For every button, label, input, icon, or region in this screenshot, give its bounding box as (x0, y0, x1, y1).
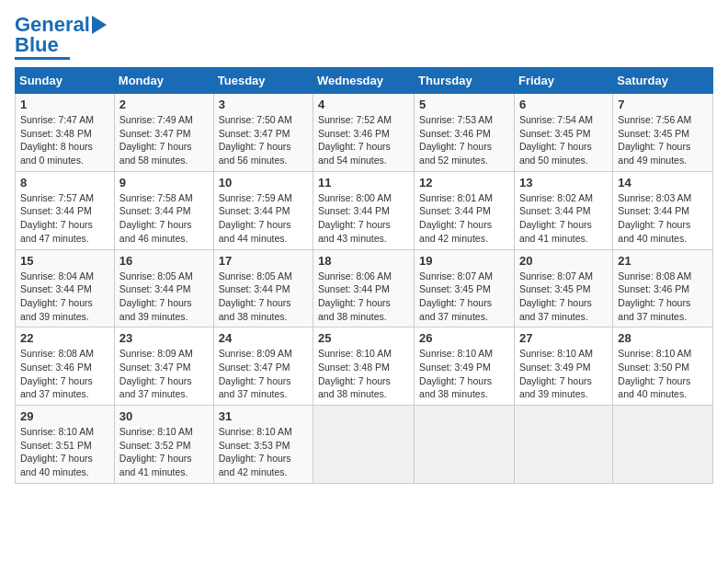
day-info: Sunrise: 7:54 AM Sunset: 3:45 PM Dayligh… (519, 113, 608, 167)
day-info: Sunrise: 7:56 AM Sunset: 3:45 PM Dayligh… (618, 113, 708, 167)
logo-arrow-icon (92, 16, 107, 34)
day-info: Sunrise: 8:05 AM Sunset: 3:44 PM Dayligh… (119, 270, 209, 324)
day-cell: 31Sunrise: 8:10 AM Sunset: 3:53 PM Dayli… (213, 406, 313, 484)
day-cell: 28Sunrise: 8:10 AM Sunset: 3:50 PM Dayli… (613, 327, 713, 406)
day-number: 23 (119, 331, 209, 345)
col-header-wednesday: Wednesday (313, 68, 415, 94)
calendar-table: SundayMondayTuesdayWednesdayThursdayFrid… (15, 67, 713, 484)
day-number: 16 (119, 254, 209, 268)
day-number: 29 (20, 409, 109, 423)
day-number: 18 (318, 254, 409, 268)
day-cell: 8Sunrise: 7:57 AM Sunset: 3:44 PM Daylig… (16, 171, 115, 249)
day-cell: 20Sunrise: 8:07 AM Sunset: 3:45 PM Dayli… (514, 249, 612, 327)
week-row-3: 15Sunrise: 8:04 AM Sunset: 3:44 PM Dayli… (16, 249, 713, 327)
day-info: Sunrise: 8:08 AM Sunset: 3:46 PM Dayligh… (20, 347, 109, 401)
day-info: Sunrise: 7:57 AM Sunset: 3:44 PM Dayligh… (20, 191, 109, 246)
day-info: Sunrise: 7:52 AM Sunset: 3:46 PM Dayligh… (318, 113, 409, 167)
day-number: 24 (219, 331, 308, 345)
day-cell: 4Sunrise: 7:52 AM Sunset: 3:46 PM Daylig… (313, 94, 415, 172)
day-cell (613, 406, 713, 484)
day-cell (514, 406, 612, 484)
day-cell: 21Sunrise: 8:08 AM Sunset: 3:46 PM Dayli… (613, 249, 713, 327)
day-info: Sunrise: 8:10 AM Sunset: 3:53 PM Dayligh… (219, 425, 308, 479)
day-info: Sunrise: 7:47 AM Sunset: 3:48 PM Dayligh… (20, 113, 109, 167)
day-cell: 14Sunrise: 8:03 AM Sunset: 3:44 PM Dayli… (613, 171, 713, 249)
day-info: Sunrise: 7:53 AM Sunset: 3:46 PM Dayligh… (419, 113, 509, 167)
day-info: Sunrise: 8:10 AM Sunset: 3:51 PM Dayligh… (20, 425, 109, 479)
day-number: 17 (219, 254, 308, 268)
day-cell: 10Sunrise: 7:59 AM Sunset: 3:44 PM Dayli… (213, 171, 313, 249)
day-info: Sunrise: 8:00 AM Sunset: 3:44 PM Dayligh… (318, 191, 409, 246)
day-info: Sunrise: 8:07 AM Sunset: 3:45 PM Dayligh… (519, 270, 608, 324)
day-info: Sunrise: 8:07 AM Sunset: 3:45 PM Dayligh… (419, 270, 509, 324)
day-info: Sunrise: 7:59 AM Sunset: 3:44 PM Dayligh… (219, 191, 308, 246)
logo-blue-text: Blue (15, 35, 59, 55)
day-info: Sunrise: 8:05 AM Sunset: 3:44 PM Dayligh… (219, 270, 308, 324)
day-cell: 23Sunrise: 8:09 AM Sunset: 3:47 PM Dayli… (114, 327, 213, 406)
day-info: Sunrise: 8:10 AM Sunset: 3:50 PM Dayligh… (618, 347, 708, 401)
day-number: 26 (419, 331, 509, 345)
day-info: Sunrise: 8:10 AM Sunset: 3:49 PM Dayligh… (519, 347, 608, 401)
day-cell: 13Sunrise: 8:02 AM Sunset: 3:44 PM Dayli… (514, 171, 612, 249)
day-number: 27 (519, 331, 608, 345)
day-cell: 12Sunrise: 8:01 AM Sunset: 3:44 PM Dayli… (415, 171, 515, 249)
col-header-tuesday: Tuesday (213, 68, 313, 94)
day-cell: 17Sunrise: 8:05 AM Sunset: 3:44 PM Dayli… (213, 249, 313, 327)
day-cell: 1Sunrise: 7:47 AM Sunset: 3:48 PM Daylig… (16, 94, 115, 172)
day-number: 2 (119, 98, 209, 111)
day-number: 5 (419, 98, 509, 111)
day-number: 7 (618, 98, 708, 111)
day-info: Sunrise: 8:10 AM Sunset: 3:52 PM Dayligh… (119, 425, 209, 479)
day-cell: 30Sunrise: 8:10 AM Sunset: 3:52 PM Dayli… (114, 406, 213, 484)
day-cell: 5Sunrise: 7:53 AM Sunset: 3:46 PM Daylig… (415, 94, 515, 172)
day-number: 12 (419, 176, 509, 190)
day-cell: 22Sunrise: 8:08 AM Sunset: 3:46 PM Dayli… (16, 327, 115, 406)
day-cell: 27Sunrise: 8:10 AM Sunset: 3:49 PM Dayli… (514, 327, 612, 406)
day-cell: 24Sunrise: 8:09 AM Sunset: 3:47 PM Dayli… (213, 327, 313, 406)
day-cell: 18Sunrise: 8:06 AM Sunset: 3:44 PM Dayli… (313, 249, 415, 327)
day-cell (313, 406, 415, 484)
day-info: Sunrise: 8:10 AM Sunset: 3:48 PM Dayligh… (318, 347, 409, 401)
day-number: 6 (519, 98, 608, 111)
day-cell: 19Sunrise: 8:07 AM Sunset: 3:45 PM Dayli… (415, 249, 515, 327)
day-info: Sunrise: 8:04 AM Sunset: 3:44 PM Dayligh… (20, 270, 109, 324)
day-number: 20 (519, 254, 608, 268)
week-row-1: 1Sunrise: 7:47 AM Sunset: 3:48 PM Daylig… (16, 94, 713, 172)
day-number: 11 (318, 176, 409, 190)
day-number: 4 (318, 98, 409, 111)
day-cell: 26Sunrise: 8:10 AM Sunset: 3:49 PM Dayli… (415, 327, 515, 406)
day-info: Sunrise: 8:03 AM Sunset: 3:44 PM Dayligh… (618, 191, 708, 246)
day-info: Sunrise: 8:10 AM Sunset: 3:49 PM Dayligh… (419, 347, 509, 401)
day-cell: 6Sunrise: 7:54 AM Sunset: 3:45 PM Daylig… (514, 94, 612, 172)
day-number: 21 (618, 254, 708, 268)
day-number: 9 (119, 176, 209, 190)
day-number: 30 (119, 409, 209, 423)
day-number: 22 (20, 331, 109, 345)
day-number: 13 (519, 176, 608, 190)
day-cell: 16Sunrise: 8:05 AM Sunset: 3:44 PM Dayli… (114, 249, 213, 327)
day-number: 14 (618, 176, 708, 190)
col-header-thursday: Thursday (415, 68, 515, 94)
day-cell: 11Sunrise: 8:00 AM Sunset: 3:44 PM Dayli… (313, 171, 415, 249)
day-number: 15 (20, 254, 109, 268)
day-info: Sunrise: 8:09 AM Sunset: 3:47 PM Dayligh… (119, 347, 209, 401)
day-number: 19 (419, 254, 509, 268)
day-number: 1 (20, 98, 109, 111)
day-cell (415, 406, 515, 484)
week-row-4: 22Sunrise: 8:08 AM Sunset: 3:46 PM Dayli… (16, 327, 713, 406)
day-number: 31 (219, 409, 308, 423)
day-cell: 29Sunrise: 8:10 AM Sunset: 3:51 PM Dayli… (16, 406, 115, 484)
col-header-monday: Monday (114, 68, 213, 94)
logo-underline (15, 57, 70, 60)
day-cell: 15Sunrise: 8:04 AM Sunset: 3:44 PM Dayli… (16, 249, 115, 327)
logo-text: General (15, 15, 90, 35)
col-header-saturday: Saturday (613, 68, 713, 94)
day-info: Sunrise: 8:01 AM Sunset: 3:44 PM Dayligh… (419, 191, 509, 246)
day-number: 10 (219, 176, 308, 190)
logo: General Blue (15, 15, 107, 60)
col-header-sunday: Sunday (16, 68, 115, 94)
day-cell: 7Sunrise: 7:56 AM Sunset: 3:45 PM Daylig… (613, 94, 713, 172)
day-info: Sunrise: 8:02 AM Sunset: 3:44 PM Dayligh… (519, 191, 608, 246)
col-header-friday: Friday (514, 68, 612, 94)
header: General Blue (15, 15, 713, 60)
